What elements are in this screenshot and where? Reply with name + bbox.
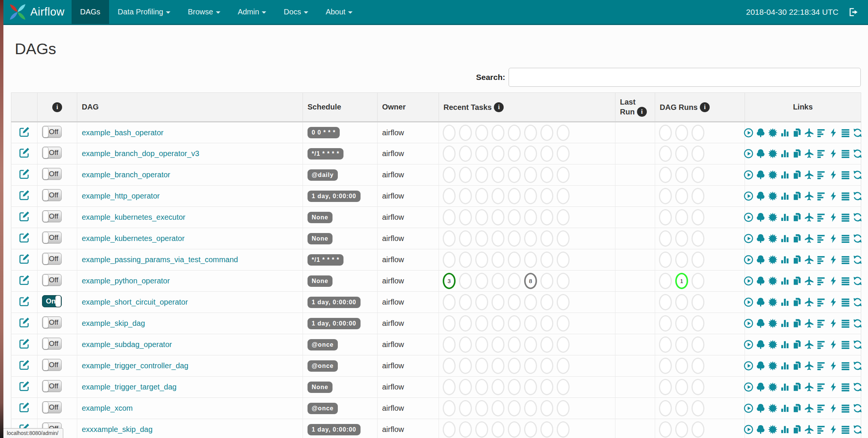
landing-times-icon[interactable] [804,403,814,413]
task-duration-icon[interactable] [780,233,790,244]
refresh-icon[interactable] [852,403,863,413]
gantt-view-icon[interactable] [816,233,826,244]
task-duration-icon[interactable] [780,276,790,286]
edit-dag-icon[interactable] [19,147,30,158]
task-tries-icon[interactable] [792,255,802,265]
logs-icon[interactable] [840,318,851,328]
trigger-dag-icon[interactable] [743,361,754,371]
graph-view-icon[interactable] [768,339,778,350]
code-view-icon[interactable] [828,424,838,435]
gantt-view-icon[interactable] [816,128,826,138]
task-duration-icon[interactable] [780,297,790,307]
logs-icon[interactable] [840,276,851,286]
tree-view-icon[interactable] [756,149,766,159]
dag-pause-toggle[interactable]: On [42,295,62,307]
dag-pause-toggle[interactable]: Off [42,168,62,180]
landing-times-icon[interactable] [804,149,814,159]
gantt-view-icon[interactable] [816,403,826,413]
dag-link[interactable]: example_kubernetes_operator [82,234,184,242]
trigger-dag-icon[interactable] [743,424,754,435]
tree-view-icon[interactable] [756,276,766,286]
dag-pause-toggle[interactable]: Off [42,359,62,371]
code-view-icon[interactable] [828,255,838,265]
logs-icon[interactable] [840,212,851,222]
edit-dag-icon[interactable] [19,126,30,138]
dag-pause-toggle[interactable]: Off [42,253,62,265]
dag-link[interactable]: example_branch_dop_operator_v3 [82,149,199,158]
refresh-icon[interactable] [852,424,863,435]
graph-view-icon[interactable] [768,361,778,371]
trigger-dag-icon[interactable] [743,191,754,201]
trigger-dag-icon[interactable] [743,128,754,138]
task-tries-icon[interactable] [792,233,802,244]
trigger-dag-icon[interactable] [743,276,754,286]
dag-link[interactable]: example_short_circuit_operator [82,298,188,306]
dag-pause-toggle[interactable]: Off [42,274,62,286]
brand-link[interactable]: Airflow [3,0,72,24]
tree-view-icon[interactable] [756,318,766,328]
logs-icon[interactable] [840,424,851,435]
nav-item-admin[interactable]: Admin [229,0,275,24]
task-tries-icon[interactable] [792,276,802,286]
gantt-view-icon[interactable] [816,255,826,265]
landing-times-icon[interactable] [804,276,814,286]
code-view-icon[interactable] [828,403,838,413]
tree-view-icon[interactable] [756,361,766,371]
gantt-view-icon[interactable] [816,297,826,307]
graph-view-icon[interactable] [768,255,778,265]
trigger-dag-icon[interactable] [743,255,754,265]
edit-dag-icon[interactable] [19,402,30,413]
edit-dag-icon[interactable] [19,274,30,286]
logs-icon[interactable] [840,361,851,371]
code-view-icon[interactable] [828,191,838,201]
graph-view-icon[interactable] [768,424,778,435]
search-input[interactable] [509,68,861,87]
graph-view-icon[interactable] [768,191,778,201]
task-tries-icon[interactable] [792,339,802,350]
tree-view-icon[interactable] [756,297,766,307]
graph-view-icon[interactable] [768,318,778,328]
gantt-view-icon[interactable] [816,339,826,350]
landing-times-icon[interactable] [804,424,814,435]
landing-times-icon[interactable] [804,233,814,244]
landing-times-icon[interactable] [804,339,814,350]
refresh-icon[interactable] [852,170,863,180]
dag-link[interactable]: example_skip_dag [82,319,145,327]
graph-view-icon[interactable] [768,233,778,244]
task-duration-icon[interactable] [780,403,790,413]
logs-icon[interactable] [840,255,851,265]
code-view-icon[interactable] [828,297,838,307]
task-duration-icon[interactable] [780,339,790,350]
task-tries-icon[interactable] [792,382,802,392]
gantt-view-icon[interactable] [816,424,826,435]
task-duration-icon[interactable] [780,255,790,265]
trigger-dag-icon[interactable] [743,149,754,159]
task-tries-icon[interactable] [792,149,802,159]
landing-times-icon[interactable] [804,212,814,222]
logs-icon[interactable] [840,149,851,159]
task-duration-icon[interactable] [780,128,790,138]
graph-view-icon[interactable] [768,276,778,286]
task-state-circle[interactable]: 3 [443,273,456,289]
task-tries-icon[interactable] [792,191,802,201]
dag-link[interactable]: example_kubernetes_executor [82,213,186,221]
edit-dag-icon[interactable] [19,211,30,222]
gantt-view-icon[interactable] [816,318,826,328]
dag-pause-toggle[interactable]: Off [42,380,62,392]
landing-times-icon[interactable] [804,255,814,265]
refresh-icon[interactable] [852,297,863,307]
gantt-view-icon[interactable] [816,170,826,180]
task-duration-icon[interactable] [780,361,790,371]
refresh-icon[interactable] [852,149,863,159]
edit-dag-icon[interactable] [19,380,30,392]
nav-item-docs[interactable]: Docs [275,0,317,24]
gantt-view-icon[interactable] [816,212,826,222]
refresh-icon[interactable] [852,276,863,286]
graph-view-icon[interactable] [768,297,778,307]
task-state-circle[interactable]: 1 [675,273,688,289]
dag-link[interactable]: example_trigger_controller_dag [82,361,188,370]
landing-times-icon[interactable] [804,382,814,392]
task-tries-icon[interactable] [792,403,802,413]
landing-times-icon[interactable] [804,191,814,201]
nav-item-data-profiling[interactable]: Data Profiling [109,0,179,24]
